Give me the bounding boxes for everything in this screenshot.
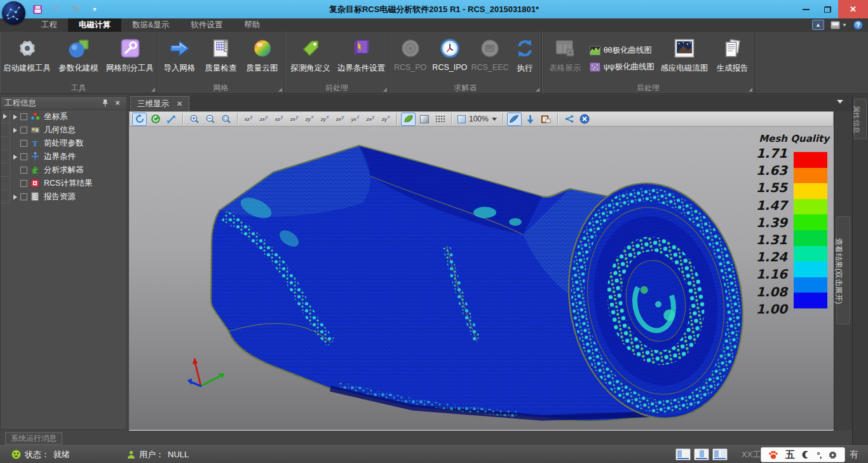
- orbit-rotate-button[interactable]: [132, 113, 147, 126]
- help-button[interactable]: ?: [853, 20, 863, 30]
- tree-row-report-resources[interactable]: 报告资源: [1, 190, 126, 204]
- link-views-button[interactable]: [562, 113, 576, 126]
- ime-paw-icon[interactable]: [768, 450, 778, 460]
- system-message-tab[interactable]: 系统运行消息: [5, 432, 62, 445]
- quality-check-icon: [210, 37, 233, 60]
- group-expand-icon[interactable]: [278, 88, 282, 92]
- tree-gutter-cell: [1, 110, 10, 123]
- expander-icon[interactable]: [13, 114, 17, 120]
- layout-button-right[interactable]: [712, 448, 728, 460]
- probe-angle-define-button[interactable]: 探测角定义: [286, 35, 335, 82]
- menu-tab-data-display[interactable]: 数据&显示: [121, 18, 180, 32]
- expander-icon[interactable]: [13, 128, 17, 133]
- refresh-view-button[interactable]: [148, 113, 163, 126]
- boundary-condition-setting-button[interactable]: 边界条件设置: [335, 35, 388, 82]
- zoom-out-button[interactable]: [203, 113, 217, 126]
- panel-close-icon[interactable]: ×: [112, 99, 123, 107]
- view-button-9[interactable]: zxy: [363, 113, 377, 126]
- surface-mode-button[interactable]: [507, 113, 522, 126]
- group-expand-icon[interactable]: [151, 88, 155, 92]
- menu-tab-help[interactable]: 帮助: [233, 18, 271, 32]
- expander-icon[interactable]: [13, 195, 17, 200]
- minimize-button[interactable]: [795, 0, 817, 18]
- induced-current-map-button[interactable]: 感应电磁流图: [657, 35, 712, 82]
- tab-list-dropdown-icon[interactable]: [837, 100, 843, 104]
- parametric-modeling-button[interactable]: 参数化建模: [53, 35, 104, 82]
- execute-button[interactable]: 执行: [510, 35, 540, 82]
- view-button-6[interactable]: zyx: [318, 113, 332, 126]
- expander-icon[interactable]: [13, 155, 17, 160]
- generate-report-button[interactable]: 生成报告: [712, 35, 753, 82]
- start-modeling-tool-button[interactable]: 启动建模工具: [1, 35, 53, 82]
- table-display-button[interactable]: 表格展示: [543, 35, 587, 82]
- parametric-model-icon: [67, 37, 90, 60]
- quality-check-button[interactable]: 质量检查: [200, 35, 241, 82]
- zoom-level-control[interactable]: 100%: [456, 114, 499, 123]
- import-mesh-button[interactable]: 导入网格: [159, 35, 200, 82]
- copy-view-button[interactable]: [539, 113, 553, 126]
- view-button-2[interactable]: zxy: [257, 113, 271, 126]
- zoom-window-button[interactable]: [219, 113, 233, 126]
- tab-close-icon[interactable]: ✕: [177, 100, 182, 108]
- tree-row-geometry-info[interactable]: 几何信息: [1, 123, 126, 137]
- solver-rcs-po-button[interactable]: RCS_PO: [391, 35, 430, 82]
- tree-checkbox[interactable]: [20, 193, 27, 200]
- psi-polarization-curve-button[interactable]: ψψ极化曲线图: [590, 62, 654, 73]
- tree-checkbox[interactable]: [20, 180, 27, 187]
- tab-3d-display[interactable]: 三维显示 ✕: [130, 96, 189, 111]
- property-info-vertical-tab[interactable]: 属性信息: [854, 99, 867, 139]
- restore-button[interactable]: [817, 0, 838, 18]
- move-down-button[interactable]: [523, 113, 538, 126]
- menu-tab-project[interactable]: 工程: [31, 18, 68, 32]
- layout-button-center[interactable]: [694, 448, 709, 460]
- mesh-partition-tool-button[interactable]: 网格剖分工具: [104, 35, 156, 82]
- tree-checkbox[interactable]: [20, 113, 27, 120]
- close-button[interactable]: ✕: [838, 0, 868, 18]
- tree-checkbox[interactable]: [20, 127, 27, 134]
- tree-row-coordinate-system[interactable]: 坐标系: [1, 110, 126, 123]
- group-expand-icon[interactable]: [749, 88, 752, 92]
- ribbon-group-label: 工具: [0, 83, 157, 93]
- ime-punctuation-toggle[interactable]: °,: [817, 450, 822, 460]
- menu-tab-em-compute[interactable]: 电磁计算: [68, 18, 121, 32]
- tree-checkbox[interactable]: [20, 167, 27, 174]
- menu-tab-settings[interactable]: 软件设置: [180, 18, 233, 32]
- view-button-1[interactable]: xzy: [241, 113, 255, 126]
- group-expand-icon[interactable]: [536, 88, 539, 92]
- tree-row-boundary-conditions[interactable]: 边界条件: [1, 150, 126, 163]
- wireframe-dots-button[interactable]: [433, 113, 447, 126]
- view-button-8[interactable]: yxz: [348, 113, 362, 126]
- tree-row-preprocess-params[interactable]: T 前处理参数: [1, 137, 126, 150]
- solver-rcs-ipo-button[interactable]: RCS_IPO: [430, 35, 470, 82]
- bottom-tab-row: 系统运行消息: [0, 431, 852, 445]
- view-button-4[interactable]: zxy: [287, 113, 301, 126]
- panel-layout-button[interactable]: ▼: [831, 21, 847, 29]
- view-button-7[interactable]: zxy: [333, 113, 347, 126]
- flat-shading-button[interactable]: [417, 113, 431, 126]
- quality-cloud-map-button[interactable]: 质量云图: [241, 35, 283, 82]
- group-expand-icon[interactable]: [383, 88, 387, 92]
- close-view-button[interactable]: [578, 113, 592, 126]
- ribbon-collapse-button[interactable]: ▲: [812, 20, 824, 30]
- tree-row-analysis-solver[interactable]: 分析求解器: [1, 163, 126, 177]
- tree-checkbox[interactable]: [20, 153, 27, 160]
- ime-fullhalf-moon-icon[interactable]: [801, 450, 810, 459]
- tree-row-rcs-results[interactable]: RCS计算结果: [1, 177, 126, 190]
- view-button-10[interactable]: zyx: [379, 113, 393, 126]
- layout-button-left[interactable]: [675, 448, 691, 460]
- app-logo-icon[interactable]: [2, 1, 25, 25]
- theta-polarization-curve-button[interactable]: θθ极化曲线图: [590, 45, 654, 56]
- solver-rcs-eec-button[interactable]: RCS_EEC: [470, 35, 510, 82]
- down-arrow-icon: [526, 114, 534, 124]
- view-results-vertical-tab[interactable]: 查看结果(双击展开): [836, 216, 850, 324]
- view-button-5[interactable]: zyx: [302, 113, 316, 126]
- ime-mode-toggle[interactable]: 五: [785, 449, 795, 461]
- zoom-in-button[interactable]: [187, 113, 201, 126]
- smooth-shading-button[interactable]: [401, 113, 416, 126]
- view-button-3[interactable]: xzy: [272, 113, 286, 126]
- pin-icon[interactable]: [102, 99, 112, 107]
- 3d-viewport[interactable]: Mesh Quality 1.71 1.63 1.55 1.47 1.39 1.…: [129, 127, 834, 431]
- pan-zoom-button[interactable]: [164, 113, 179, 126]
- tree-checkbox[interactable]: [20, 140, 27, 147]
- ime-settings-gear-icon[interactable]: [828, 450, 837, 460]
